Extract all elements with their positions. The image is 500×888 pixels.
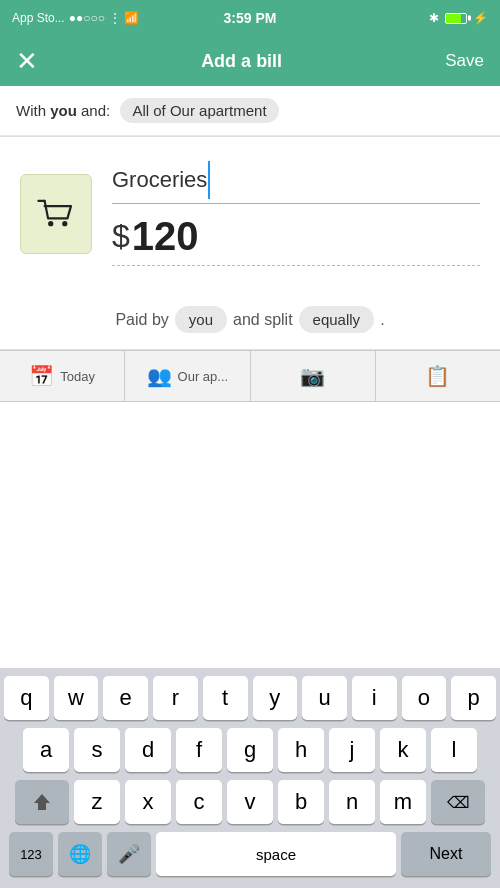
keyboard-row-1: q w e r t y u i o p <box>4 676 496 720</box>
delete-key[interactable]: ⌫ <box>431 780 485 824</box>
with-row: With you and: All of Our apartment <box>0 86 500 136</box>
today-label: Today <box>60 369 95 384</box>
key-g[interactable]: g <box>227 728 273 772</box>
key-x[interactable]: x <box>125 780 171 824</box>
key-z[interactable]: z <box>74 780 120 824</box>
calendar-icon: 📅 <box>29 364 54 388</box>
group-icon: 👥 <box>147 364 172 388</box>
key-i[interactable]: i <box>352 676 397 720</box>
key-j[interactable]: j <box>329 728 375 772</box>
carrier-text: App Sto... <box>12 11 65 25</box>
keyboard-row-3: z x c v b n m ⌫ <box>4 780 496 824</box>
close-button[interactable]: ✕ <box>16 48 38 74</box>
bill-inputs: Groceries $ 120 <box>112 161 480 266</box>
key-t[interactable]: t <box>203 676 248 720</box>
bluetooth-icon: ✱ <box>429 11 439 25</box>
period: . <box>380 311 384 329</box>
split-equally-button[interactable]: equally <box>299 306 375 333</box>
toolbar: 📅 Today 👥 Our ap... 📷 📋 <box>0 350 500 402</box>
key-c[interactable]: c <box>176 780 222 824</box>
svg-point-1 <box>48 221 53 226</box>
key-l[interactable]: l <box>431 728 477 772</box>
split-row: Paid by you and split equally . <box>0 290 500 349</box>
bill-amount-row: $ 120 <box>112 214 480 266</box>
toolbar-camera-button[interactable]: 📷 <box>251 351 376 401</box>
svg-point-2 <box>62 221 67 226</box>
with-prefix: With you and: <box>16 102 110 119</box>
key-f[interactable]: f <box>176 728 222 772</box>
toolbar-note-button[interactable]: 📋 <box>376 351 500 401</box>
space-key[interactable]: space <box>156 832 396 876</box>
key-b[interactable]: b <box>278 780 324 824</box>
shift-key[interactable] <box>15 780 69 824</box>
key-p[interactable]: p <box>451 676 496 720</box>
key-d[interactable]: d <box>125 728 171 772</box>
note-icon: 📋 <box>425 364 450 388</box>
microphone-key[interactable]: 🎤 <box>107 832 151 876</box>
numbers-key[interactable]: 123 <box>9 832 53 876</box>
key-q[interactable]: q <box>4 676 49 720</box>
bill-amount: 120 <box>132 214 199 259</box>
lightning-icon: ⚡ <box>473 11 488 25</box>
text-cursor <box>208 161 210 199</box>
our-ap-label: Our ap... <box>178 369 229 384</box>
category-icon[interactable] <box>20 174 92 254</box>
paid-by-you-button[interactable]: you <box>175 306 227 333</box>
group-label[interactable]: All of Our apartment <box>120 98 278 123</box>
key-u[interactable]: u <box>302 676 347 720</box>
keyboard: q w e r t y u i o p a s d f g h j k l z … <box>0 668 500 888</box>
key-h[interactable]: h <box>278 728 324 772</box>
key-n[interactable]: n <box>329 780 375 824</box>
camera-icon: 📷 <box>300 364 325 388</box>
page-title: Add a bill <box>201 51 282 72</box>
keyboard-row-4: 123 🌐 🎤 space Next <box>4 832 496 876</box>
keyboard-row-2: a s d f g h j k l <box>4 728 496 772</box>
wifi-icon: ⋮ 📶 <box>109 11 139 25</box>
bill-details: Groceries $ 120 <box>0 137 500 290</box>
status-left: App Sto... ●●○○○ ⋮ 📶 <box>12 11 139 25</box>
shift-icon <box>31 791 53 813</box>
dollar-sign: $ <box>112 218 130 255</box>
and-split-label: and split <box>233 311 293 329</box>
key-m[interactable]: m <box>380 780 426 824</box>
status-right: ✱ ⚡ <box>429 11 488 25</box>
next-key[interactable]: Next <box>401 832 491 876</box>
globe-key[interactable]: 🌐 <box>58 832 102 876</box>
key-e[interactable]: e <box>103 676 148 720</box>
key-o[interactable]: o <box>402 676 447 720</box>
key-s[interactable]: s <box>74 728 120 772</box>
status-time: 3:59 PM <box>224 10 277 26</box>
svg-marker-3 <box>34 794 50 810</box>
nav-bar: ✕ Add a bill Save <box>0 36 500 86</box>
key-y[interactable]: y <box>253 676 298 720</box>
cart-svg <box>34 192 78 236</box>
toolbar-today-button[interactable]: 📅 Today <box>0 351 125 401</box>
key-w[interactable]: w <box>54 676 99 720</box>
toolbar-group-button[interactable]: 👥 Our ap... <box>125 351 250 401</box>
bill-name: Groceries <box>112 167 207 193</box>
status-bar: App Sto... ●●○○○ ⋮ 📶 3:59 PM ✱ ⚡ <box>0 0 500 36</box>
save-button[interactable]: Save <box>445 51 484 71</box>
key-v[interactable]: v <box>227 780 273 824</box>
key-k[interactable]: k <box>380 728 426 772</box>
key-r[interactable]: r <box>153 676 198 720</box>
battery-icon <box>445 13 467 24</box>
paid-by-label: Paid by <box>115 311 168 329</box>
key-a[interactable]: a <box>23 728 69 772</box>
signal-dots: ●●○○○ <box>69 11 105 25</box>
